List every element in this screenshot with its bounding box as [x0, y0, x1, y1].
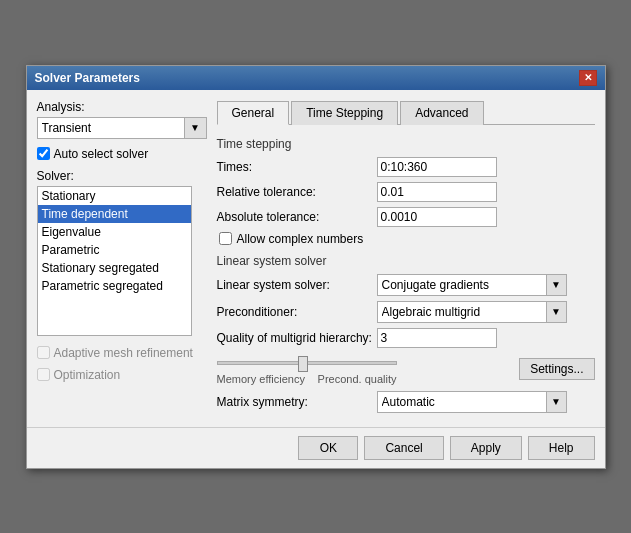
- solver-item-eigenvalue[interactable]: Eigenvalue: [38, 223, 191, 241]
- precond-dropdown-wrapper: Algebraic multigrid ▼: [377, 301, 567, 323]
- times-input[interactable]: [377, 157, 497, 177]
- analysis-dropdown-arrow[interactable]: ▼: [185, 117, 207, 139]
- dialog-title: Solver Parameters: [35, 71, 140, 85]
- matrix-sym-arrow[interactable]: ▼: [547, 391, 567, 413]
- solver-item-stationary-seg[interactable]: Stationary segregated: [38, 259, 191, 277]
- left-panel: Analysis: Transient ▼ Auto select solver…: [37, 100, 207, 417]
- matrix-sym-dropdown-wrapper: Automatic ▼: [377, 391, 567, 413]
- slider-labels: Memory efficiency Precond. quality: [217, 373, 397, 385]
- adaptive-checkbox[interactable]: [37, 346, 50, 359]
- times-row: Times:: [217, 157, 595, 177]
- ls-solver-arrow[interactable]: ▼: [547, 274, 567, 296]
- slider-section: Memory efficiency Precond. quality Setti…: [217, 353, 595, 385]
- abs-tol-label: Absolute tolerance:: [217, 210, 377, 224]
- solver-list-inner: Stationary Time dependent Eigenvalue Par…: [38, 187, 191, 335]
- quality-input[interactable]: [377, 328, 497, 348]
- rel-tol-row: Relative tolerance:: [217, 182, 595, 202]
- memory-efficiency-label: Memory efficiency: [217, 373, 305, 385]
- auto-solver-row: Auto select solver: [37, 147, 207, 161]
- precond-arrow[interactable]: ▼: [547, 301, 567, 323]
- dialog-footer: OK Cancel Apply Help: [27, 427, 605, 468]
- solver-item-time-dependent[interactable]: Time dependent: [38, 205, 191, 223]
- solver-label: Solver:: [37, 169, 207, 183]
- tab-time-stepping[interactable]: Time Stepping: [291, 101, 398, 125]
- solver-item-parametric-seg[interactable]: Parametric segregated: [38, 277, 191, 295]
- ok-button[interactable]: OK: [298, 436, 358, 460]
- time-stepping-group-label: Time stepping: [217, 137, 595, 151]
- dialog-body: Analysis: Transient ▼ Auto select solver…: [27, 90, 605, 427]
- matrix-sym-row: Matrix symmetry: Automatic ▼: [217, 391, 595, 413]
- solver-item-parametric[interactable]: Parametric: [38, 241, 191, 259]
- tab-general[interactable]: General: [217, 101, 290, 125]
- precond-label: Preconditioner:: [217, 305, 377, 319]
- linear-system-group-label: Linear system solver: [217, 254, 595, 268]
- optimization-label: Optimization: [54, 368, 121, 382]
- precond-quality-label: Precond. quality: [318, 373, 397, 385]
- optimization-row: Optimization: [37, 368, 207, 382]
- precond-dropdown[interactable]: Algebraic multigrid: [377, 301, 547, 323]
- allow-complex-checkbox[interactable]: [219, 232, 232, 245]
- slider-track: [217, 361, 397, 365]
- solver-list-items: Stationary Time dependent Eigenvalue Par…: [38, 187, 191, 335]
- quality-row: Quality of multigrid hierarchy:: [217, 328, 595, 348]
- abs-tol-row: Absolute tolerance:: [217, 207, 595, 227]
- auto-solver-label: Auto select solver: [54, 147, 149, 161]
- times-label: Times:: [217, 160, 377, 174]
- ls-solver-dropdown-wrapper: Conjugate gradients ▼: [377, 274, 567, 296]
- allow-complex-row: Allow complex numbers: [217, 232, 595, 246]
- matrix-sym-dropdown[interactable]: Automatic: [377, 391, 547, 413]
- titlebar: Solver Parameters ✕: [27, 66, 605, 90]
- slider-thumb[interactable]: [298, 356, 308, 372]
- ls-solver-row: Linear system solver: Conjugate gradient…: [217, 274, 595, 296]
- solver-item-stationary[interactable]: Stationary: [38, 187, 191, 205]
- adaptive-row: Adaptive mesh refinement: [37, 346, 207, 360]
- help-button[interactable]: Help: [528, 436, 595, 460]
- optimization-checkbox[interactable]: [37, 368, 50, 381]
- ls-solver-label: Linear system solver:: [217, 278, 377, 292]
- precond-row: Preconditioner: Algebraic multigrid ▼: [217, 301, 595, 323]
- allow-complex-label: Allow complex numbers: [237, 232, 364, 246]
- slider-container: Memory efficiency Precond. quality: [217, 353, 397, 385]
- right-panel: General Time Stepping Advanced Time step…: [217, 100, 595, 417]
- ls-solver-dropdown[interactable]: Conjugate gradients: [377, 274, 547, 296]
- rel-tol-input[interactable]: [377, 182, 497, 202]
- tab-content-general: Time stepping Times: Relative tolerance:…: [217, 133, 595, 417]
- apply-button[interactable]: Apply: [450, 436, 522, 460]
- matrix-sym-label: Matrix symmetry:: [217, 395, 377, 409]
- tab-advanced[interactable]: Advanced: [400, 101, 483, 125]
- settings-button[interactable]: Settings...: [519, 358, 594, 380]
- solver-parameters-dialog: Solver Parameters ✕ Analysis: Transient …: [26, 65, 606, 469]
- analysis-dropdown-wrapper: Transient ▼: [37, 117, 207, 139]
- tabs: General Time Stepping Advanced: [217, 100, 595, 125]
- analysis-dropdown[interactable]: Transient: [37, 117, 185, 139]
- settings-area: Memory efficiency Precond. quality Setti…: [217, 353, 595, 385]
- solver-list: Stationary Time dependent Eigenvalue Par…: [37, 186, 192, 336]
- analysis-label: Analysis:: [37, 100, 207, 114]
- auto-solver-checkbox[interactable]: [37, 147, 50, 160]
- quality-label: Quality of multigrid hierarchy:: [217, 331, 377, 345]
- close-button[interactable]: ✕: [579, 70, 597, 86]
- rel-tol-label: Relative tolerance:: [217, 185, 377, 199]
- abs-tol-input[interactable]: [377, 207, 497, 227]
- cancel-button[interactable]: Cancel: [364, 436, 443, 460]
- adaptive-label: Adaptive mesh refinement: [54, 346, 193, 360]
